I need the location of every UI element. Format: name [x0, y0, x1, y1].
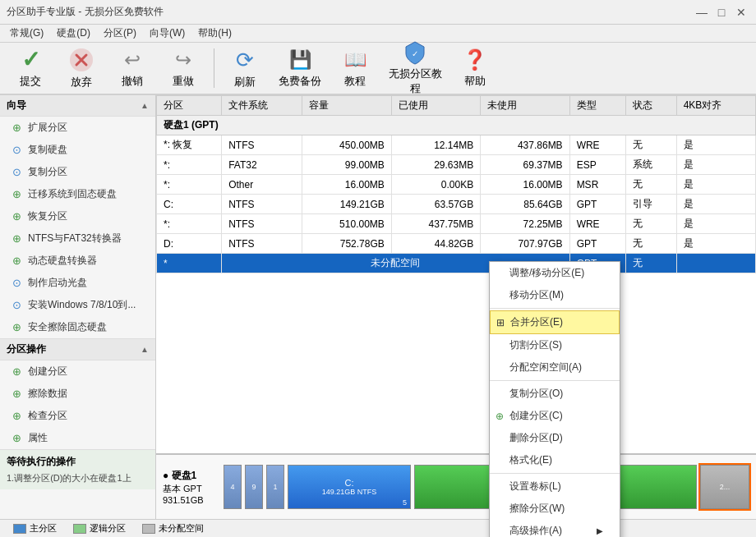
disk-seg-c-size: 149.21GB NTFS [322, 488, 377, 496]
sidebar-restore-label: 恢复分区 [28, 209, 67, 223]
ctx-move[interactable]: 移动分区(M) [490, 284, 620, 306]
sidebar-item-copypart[interactable]: ⊙ 复制分区 [0, 161, 155, 183]
ctx-resize[interactable]: 调整/移动分区(E) [490, 262, 620, 284]
ctx-copypart[interactable]: 复制分区(O) [490, 383, 620, 405]
table-row[interactable]: *未分配空间GPT无 [157, 254, 756, 273]
sidebar-copypart-label: 复制分区 [28, 165, 67, 179]
disk-seg-sys3[interactable]: 1 [266, 465, 284, 509]
disk-bar-area: ● 硬盘1 基本 GPT 931.51GB 4 9 1 C: 149.21GB … [156, 453, 756, 519]
ctx-split[interactable]: 切割分区(S) [490, 334, 620, 356]
ctx-advanced[interactable]: 高级操作(A) ▶ [490, 520, 620, 537]
redo-label: 重做 [173, 74, 194, 89]
sidebar-item-check[interactable]: ⊕ 检查分区 [0, 405, 155, 427]
sidebar-guide-collapse: ▲ [141, 101, 149, 110]
disk-seg-sys2[interactable]: 9 [245, 465, 263, 509]
disk-seg-c-num: 5 [403, 498, 407, 507]
sidebar-item-migrate[interactable]: ⊕ 迁移系统到固态硬盘 [0, 183, 155, 205]
table-row[interactable]: D:NTFS752.78GB44.82GB707.97GBGPT无是 [157, 234, 756, 254]
backup-icon: 💾 [287, 48, 313, 72]
col-used: 已使用 [391, 96, 480, 116]
sidebar-item-installwin[interactable]: ⊙ 安装Windows 7/8/10到... [0, 294, 155, 316]
ctx-move-label: 移动分区(M) [509, 288, 564, 302]
ctx-createpart-label: 创建分区(C) [509, 409, 563, 423]
nodamage-button[interactable]: ✓ 无损分区教程 [382, 46, 448, 90]
abandon-label: 放弃 [71, 75, 92, 90]
menu-help[interactable]: 帮助(H) [191, 25, 238, 42]
revoke-button[interactable]: ↩ 撤销 [108, 46, 156, 90]
ctx-label[interactable]: 设置卷标(L) [490, 475, 620, 498]
expand-icon: ⊕ [10, 122, 23, 135]
sidebar-item-erasessd[interactable]: ⊕ 安全擦除固态硬盘 [0, 316, 155, 338]
table-row[interactable]: *:FAT3299.00MB29.63MB69.37MBESP系统是 [157, 155, 756, 175]
maximize-button[interactable]: □ [713, 4, 730, 21]
backup-label: 免费备份 [279, 74, 321, 89]
context-menu: 调整/移动分区(E) 移动分区(M) ⊞ 合并分区(E) 切割分区(S) 分配空… [489, 261, 620, 537]
sidebar-ops-header[interactable]: 分区操作 ▲ [0, 339, 155, 360]
revoke-label: 撤销 [122, 74, 143, 89]
sidebar-item-convert[interactable]: ⊕ NTFS与FAT32转换器 [0, 227, 155, 250]
sidebar-item-restore[interactable]: ⊕ 恢复分区 [0, 205, 155, 227]
redo-button[interactable]: ↪ 重做 [159, 46, 207, 90]
props-icon: ⊕ [10, 432, 23, 445]
tutorial-button[interactable]: 📖 教程 [331, 46, 379, 90]
nodamage-label: 无损分区教程 [384, 67, 446, 96]
installwin-icon: ⊙ [10, 299, 23, 312]
disk-seg-c[interactable]: C: 149.21GB NTFS 5 [288, 465, 411, 509]
ctx-resize-label: 调整/移动分区(E) [509, 266, 584, 280]
ctx-createpart[interactable]: ⊕ 创建分区(C) [490, 405, 620, 427]
sidebar-item-create[interactable]: ⊕ 创建分区 [0, 360, 155, 383]
sidebar-erasessd-label: 安全擦除固态硬盘 [28, 320, 107, 334]
sidebar-item-expand[interactable]: ⊕ 扩展分区 [0, 117, 155, 139]
menu-general[interactable]: 常规(G) [3, 25, 50, 42]
backup-button[interactable]: 💾 免费备份 [272, 46, 328, 90]
menu-wizard[interactable]: 向导(W) [143, 25, 191, 42]
table-row[interactable]: *:Other16.00MB0.00KB16.00MBMSR无是 [157, 175, 756, 195]
help-button[interactable]: ❓ 帮助 [451, 46, 499, 90]
legend-unalloc-color [142, 524, 155, 534]
col-capacity: 容量 [302, 96, 391, 116]
nodamage-icon: ✓ [402, 40, 428, 65]
close-button[interactable]: ✕ [733, 4, 749, 21]
refresh-button[interactable]: ⟳ 刷新 [221, 46, 269, 90]
disk-seg-sys1[interactable]: 4 [224, 465, 242, 509]
ctx-format[interactable]: 格式化(E) [490, 449, 620, 471]
disk-seg-sys3-label: 1 [273, 483, 277, 491]
ctx-label-label: 设置卷标(L) [509, 480, 561, 493]
dynconvert-icon: ⊕ [10, 255, 23, 268]
submit-button[interactable]: ✓ 提交 [7, 46, 54, 90]
minimize-button[interactable]: — [694, 4, 710, 21]
ctx-deletepart[interactable]: 删除分区(D) [490, 427, 620, 449]
ctx-wipe-label: 擦除分区(W) [509, 502, 565, 516]
ctx-copypart-label: 复制分区(O) [509, 387, 563, 401]
sidebar-convert-label: NTFS与FAT32转换器 [28, 232, 122, 246]
toolbar: ✓ 提交 放弃 ↩ 撤销 ↪ 重做 ⟳ 刷新 💾 免费备份 📖 教程 [0, 43, 756, 95]
content-area: 分区 文件系统 容量 已使用 未使用 类型 状态 4KB对齐 硬盘1 (GPT)… [156, 95, 756, 519]
sidebar-item-dynconvert[interactable]: ⊕ 动态硬盘转换器 [0, 250, 155, 272]
sidebar-item-props[interactable]: ⊕ 属性 [0, 427, 155, 449]
sidebar-item-copydisk[interactable]: ⊙ 复制硬盘 [0, 139, 155, 161]
ctx-sep2 [490, 380, 620, 381]
disk-seg-unalloc-label: 2... [720, 483, 731, 491]
ctx-allocfree[interactable]: 分配空闲空间(A) [490, 356, 620, 379]
sidebar-ops-title: 分区操作 [7, 342, 46, 356]
convert-icon: ⊕ [10, 232, 23, 246]
ctx-merge[interactable]: ⊞ 合并分区(E) [490, 310, 620, 334]
menu-disk[interactable]: 硬盘(D) [50, 25, 97, 42]
table-row[interactable]: C:NTFS149.21GB63.57GB85.64GBGPT引导是 [157, 195, 756, 214]
sidebar-item-bootdisk[interactable]: ⊙ 制作启动光盘 [0, 272, 155, 294]
abandon-button[interactable]: 放弃 [58, 46, 105, 90]
table-row[interactable]: *:NTFS510.00MB437.75MB72.25MBWRE无是 [157, 214, 756, 234]
sidebar-bootdisk-label: 制作启动光盘 [28, 276, 87, 290]
sidebar-guide-header[interactable]: 向导 ▲ [0, 95, 155, 117]
ctx-wipe[interactable]: 擦除分区(W) [490, 498, 620, 520]
table-row[interactable]: *: 恢复NTFS450.00MB12.14MB437.86MBWRE无是 [157, 135, 756, 155]
disk-seg-unalloc[interactable]: 2... [700, 465, 749, 509]
sidebar-item-wipe[interactable]: ⊕ 擦除数据 [0, 383, 155, 405]
legend-unalloc-label: 未分配空间 [159, 522, 204, 535]
disk-label-name: ● 硬盘1 [163, 469, 220, 483]
legend-primary-label: 主分区 [30, 522, 57, 535]
ctx-advanced-label: 高级操作(A) [509, 524, 562, 537]
copypart-icon: ⊙ [10, 166, 23, 179]
title-controls: — □ ✕ [694, 4, 749, 21]
menu-partition[interactable]: 分区(P) [97, 25, 143, 42]
